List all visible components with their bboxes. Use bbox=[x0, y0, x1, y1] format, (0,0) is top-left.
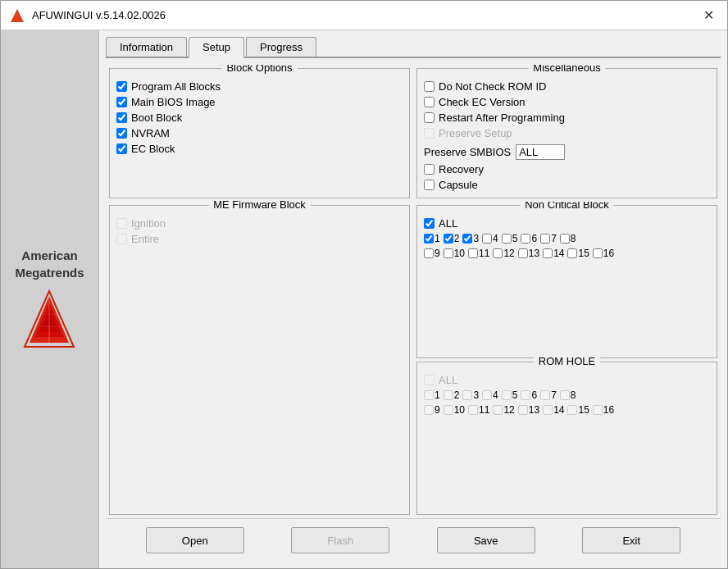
nc16-label[interactable]: 16 bbox=[603, 248, 614, 259]
nc6-checkbox[interactable] bbox=[521, 234, 530, 244]
flash-button[interactable]: Flash bbox=[291, 527, 389, 553]
nc-all-label[interactable]: ALL bbox=[439, 217, 457, 230]
boot-block-checkbox[interactable] bbox=[116, 112, 127, 123]
rh11-item: 11 bbox=[468, 404, 489, 416]
recovery-label[interactable]: Recovery bbox=[439, 163, 484, 175]
main-bios-image-checkbox[interactable] bbox=[116, 97, 127, 107]
restart-after-programming-checkbox[interactable] bbox=[424, 112, 435, 123]
rh15-checkbox bbox=[567, 405, 577, 415]
nc7-label[interactable]: 7 bbox=[551, 233, 557, 244]
check-ec-version-label[interactable]: Check EC Version bbox=[439, 96, 526, 108]
rh12-label: 12 bbox=[503, 404, 514, 416]
title-bar-left: AFUWINGUI v.5.14.02.0026 bbox=[9, 7, 166, 24]
nc9-label[interactable]: 9 bbox=[435, 248, 440, 259]
brand-line1: American bbox=[21, 248, 77, 262]
nvram-checkbox[interactable] bbox=[116, 128, 127, 139]
main-window: AFUWINGUI v.5.14.02.0026 ✕ American Mega… bbox=[0, 0, 728, 569]
program-all-blocks-checkbox[interactable] bbox=[116, 81, 127, 92]
window-body: American Megatrends bbox=[1, 30, 727, 568]
nc12-checkbox[interactable] bbox=[493, 248, 503, 258]
block-options-title: Block Options bbox=[221, 65, 297, 74]
tab-setup[interactable]: Setup bbox=[189, 37, 244, 58]
close-button[interactable]: ✕ bbox=[698, 6, 719, 25]
restart-after-programming-row: Restart After Programming bbox=[424, 112, 710, 124]
nc9-checkbox[interactable] bbox=[424, 248, 434, 258]
rh6-item: 6 bbox=[521, 389, 537, 401]
nc4-label[interactable]: 4 bbox=[493, 233, 498, 244]
nc10-checkbox[interactable] bbox=[444, 248, 453, 258]
ec-block-label[interactable]: EC Block bbox=[131, 143, 175, 155]
rh8-item: 8 bbox=[560, 389, 576, 401]
restart-after-programming-label[interactable]: Restart After Programming bbox=[439, 112, 565, 124]
footer: Open Flash Save Exit bbox=[106, 518, 721, 562]
rh3-item: 3 bbox=[462, 389, 479, 401]
preserve-smbios-input[interactable] bbox=[516, 144, 565, 160]
nc-all-checkbox[interactable] bbox=[424, 218, 435, 229]
nc2-label[interactable]: 2 bbox=[454, 233, 460, 244]
rh2-item: 2 bbox=[444, 389, 460, 401]
rh13-checkbox bbox=[518, 405, 528, 415]
rh7-label: 7 bbox=[551, 389, 557, 401]
nc11-checkbox[interactable] bbox=[468, 248, 478, 258]
save-button[interactable]: Save bbox=[437, 527, 535, 553]
nc13-checkbox[interactable] bbox=[518, 248, 528, 258]
nvram-label[interactable]: NVRAM bbox=[131, 127, 170, 139]
nc1-label[interactable]: 1 bbox=[435, 233, 440, 244]
exit-button[interactable]: Exit bbox=[582, 527, 680, 553]
rh8-label: 8 bbox=[571, 389, 576, 401]
brand-line2: Megatrends bbox=[15, 266, 84, 280]
preserve-setup-row: Preserve Setup bbox=[424, 127, 710, 139]
capsule-row: Capsule bbox=[424, 179, 710, 191]
nc12-item: 12 bbox=[493, 248, 514, 259]
nc5-label[interactable]: 5 bbox=[512, 233, 518, 244]
program-all-blocks-label[interactable]: Program All Blocks bbox=[131, 80, 221, 93]
boot-block-label[interactable]: Boot Block bbox=[131, 112, 182, 124]
do-not-check-rom-id-checkbox[interactable] bbox=[424, 81, 435, 92]
nc1-checkbox[interactable] bbox=[424, 234, 434, 244]
nc6-label[interactable]: 6 bbox=[531, 233, 537, 244]
do-not-check-rom-id-label[interactable]: Do Not Check ROM ID bbox=[439, 80, 546, 93]
nc8-checkbox[interactable] bbox=[560, 234, 570, 244]
nc15-checkbox[interactable] bbox=[567, 248, 577, 258]
rh-all-label: ALL bbox=[439, 374, 457, 386]
nc12-label[interactable]: 12 bbox=[503, 248, 514, 259]
nc10-label[interactable]: 10 bbox=[454, 248, 465, 259]
nc16-checkbox[interactable] bbox=[593, 248, 603, 258]
rh5-item: 5 bbox=[502, 389, 518, 401]
nc15-label[interactable]: 15 bbox=[578, 248, 589, 259]
preserve-setup-checkbox bbox=[424, 128, 435, 139]
nc14-item: 14 bbox=[543, 248, 564, 259]
nc13-label[interactable]: 13 bbox=[529, 248, 539, 259]
main-bios-image-label[interactable]: Main BIOS Image bbox=[131, 96, 216, 108]
nc2-checkbox[interactable] bbox=[444, 234, 453, 244]
nc11-label[interactable]: 11 bbox=[479, 248, 489, 259]
ignition-row: Ignition bbox=[116, 217, 403, 230]
tab-information[interactable]: Information bbox=[106, 37, 187, 57]
open-button[interactable]: Open bbox=[146, 527, 244, 553]
ec-block-checkbox[interactable] bbox=[116, 143, 127, 154]
rh11-label: 11 bbox=[479, 404, 489, 416]
nc14-label[interactable]: 14 bbox=[553, 248, 564, 259]
rh6-checkbox bbox=[521, 390, 530, 400]
capsule-label[interactable]: Capsule bbox=[439, 179, 478, 191]
nc8-label[interactable]: 8 bbox=[571, 233, 576, 244]
nc3-label[interactable]: 3 bbox=[473, 233, 479, 244]
rh13-item: 13 bbox=[518, 404, 539, 416]
nc5-checkbox[interactable] bbox=[502, 234, 512, 244]
rh7-checkbox bbox=[540, 390, 550, 400]
tab-progress[interactable]: Progress bbox=[246, 37, 316, 57]
ec-block-row: EC Block bbox=[116, 143, 403, 155]
rh1-checkbox bbox=[424, 390, 434, 400]
check-ec-version-checkbox[interactable] bbox=[424, 97, 435, 107]
nc4-checkbox[interactable] bbox=[482, 234, 492, 244]
recovery-checkbox[interactable] bbox=[424, 164, 435, 175]
nvram-row: NVRAM bbox=[116, 127, 403, 139]
nc3-checkbox[interactable] bbox=[462, 234, 472, 244]
nc14-checkbox[interactable] bbox=[543, 248, 553, 258]
window-title: AFUWINGUI v.5.14.02.0026 bbox=[32, 9, 166, 21]
ignition-checkbox bbox=[116, 218, 127, 229]
boot-block-row: Boot Block bbox=[116, 112, 403, 124]
capsule-checkbox[interactable] bbox=[424, 180, 435, 190]
nc7-checkbox[interactable] bbox=[540, 234, 550, 244]
rh16-checkbox bbox=[593, 405, 603, 415]
